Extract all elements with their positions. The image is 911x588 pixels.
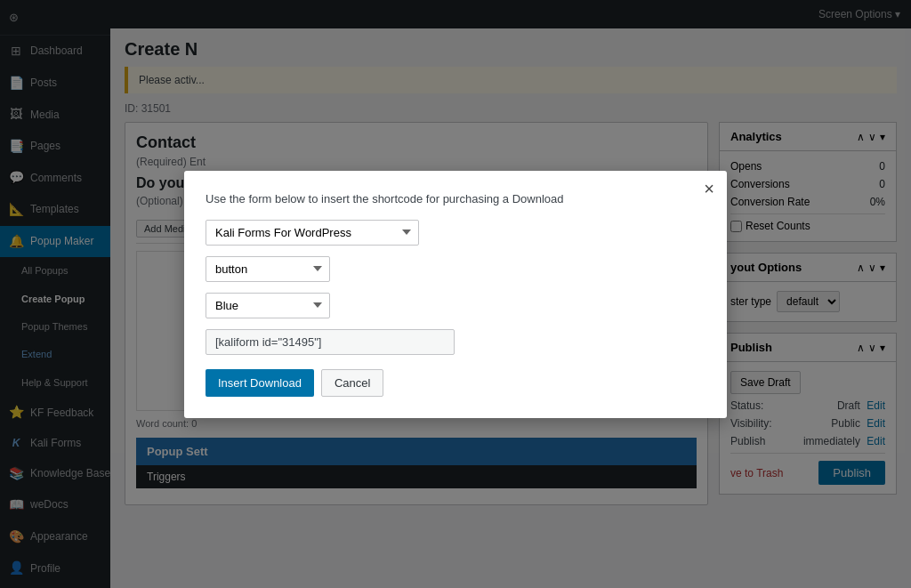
color-select-wrapper: Blue Green Red Default xyxy=(206,293,705,318)
modal-actions: Insert Download Cancel xyxy=(206,369,705,397)
form-select-wrapper: Kali Forms For WordPress xyxy=(206,220,705,246)
cancel-button[interactable]: Cancel xyxy=(321,369,383,397)
modal-close-button[interactable]: × xyxy=(704,180,714,197)
modal-description: Use the form below to insert the shortco… xyxy=(206,192,705,205)
type-select-wrapper: button text link custom xyxy=(206,256,705,282)
modal-dialog: × Use the form below to insert the short… xyxy=(184,171,727,418)
type-select[interactable]: button text link custom xyxy=(206,256,330,282)
modal-overlay[interactable]: × Use the form below to insert the short… xyxy=(0,0,911,588)
insert-download-button[interactable]: Insert Download xyxy=(206,369,314,397)
modal-form: Kali Forms For WordPress button text lin… xyxy=(206,220,705,397)
color-select[interactable]: Blue Green Red Default xyxy=(206,293,330,318)
form-select[interactable]: Kali Forms For WordPress xyxy=(206,220,419,246)
shortcode-input[interactable] xyxy=(206,329,455,355)
shortcode-wrapper xyxy=(206,329,705,355)
